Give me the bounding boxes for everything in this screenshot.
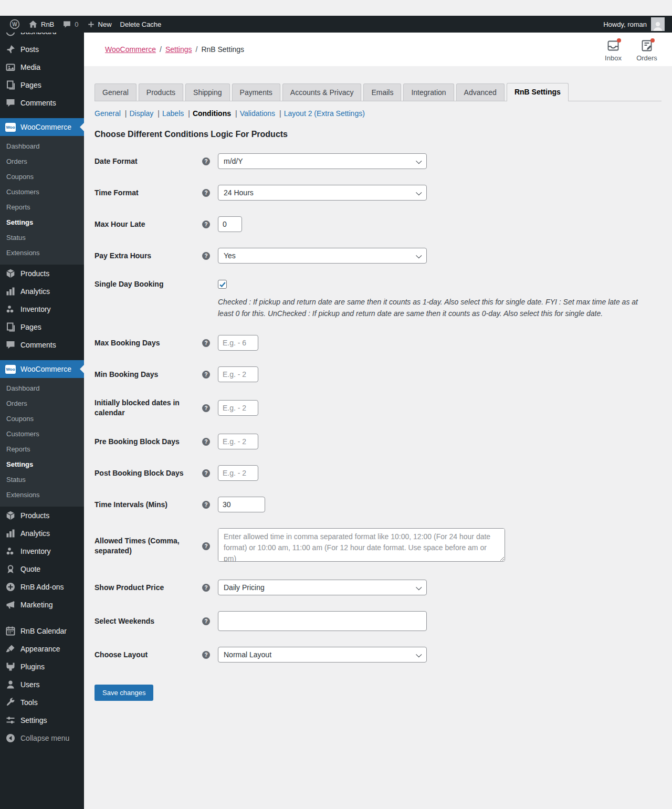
tab-rnb-settings[interactable]: RnB Settings (507, 83, 569, 101)
sidebar-item-inventory[interactable]: Inventory (0, 542, 84, 560)
subnav-labels[interactable]: Labels (162, 109, 184, 118)
submenu-item-settings[interactable]: Settings (0, 215, 84, 230)
submenu-item-customers[interactable]: Customers (0, 426, 84, 442)
sidebar-item-appearance[interactable]: Appearance (0, 640, 84, 658)
sidebar-item-products[interactable]: Products (0, 265, 84, 282)
time-format-select[interactable]: 24 Hours (218, 185, 427, 201)
subnav-validations[interactable]: Validations (240, 109, 275, 118)
max-booking-days-input[interactable] (218, 335, 258, 351)
submenu-item-dashboard[interactable]: Dashboard (0, 139, 84, 154)
allowed-times-comma-separated-textarea[interactable] (218, 528, 505, 562)
sidebar-item-analytics[interactable]: Analytics (0, 282, 84, 300)
tab-general[interactable]: General (94, 83, 136, 101)
help-icon[interactable]: ? (202, 252, 210, 260)
help-icon[interactable]: ? (202, 189, 210, 197)
sidebar-item-comments[interactable]: Comments (0, 94, 84, 112)
min-booking-days-input[interactable] (218, 366, 258, 382)
sidebar-item-collapse-menu[interactable]: Collapse menu (0, 729, 84, 747)
help-icon[interactable]: ? (202, 469, 210, 477)
help-icon[interactable]: ? (202, 542, 210, 550)
sidebar-item-users[interactable]: Users (0, 676, 84, 694)
sidebar-item-products[interactable]: Products (0, 507, 84, 524)
submenu-item-status[interactable]: Status (0, 230, 84, 245)
sidebar-item-settings[interactable]: Settings (0, 711, 84, 729)
breadcrumb-woocommerce[interactable]: WooCommerce (105, 45, 156, 54)
max-hour-late-input[interactable] (218, 216, 242, 232)
submenu-item-coupons[interactable]: Coupons (0, 169, 84, 184)
sidebar-item-quote[interactable]: Quote (0, 560, 84, 578)
submenu-item-reports[interactable]: Reports (0, 199, 84, 215)
delete-cache-button[interactable]: Delete Cache (116, 16, 166, 33)
submenu-item-reports[interactable]: Reports (0, 442, 84, 457)
tab-integration[interactable]: Integration (403, 83, 454, 101)
sidebar-item-pages[interactable]: Pages (0, 318, 84, 336)
help-icon[interactable]: ? (202, 404, 210, 412)
help-icon[interactable]: ? (202, 617, 210, 625)
initially-blocked-dates-in-calendar-input[interactable] (218, 400, 258, 416)
subnav-layout-2-extra-settings[interactable]: Layout 2 (Extra Settings) (284, 109, 365, 118)
sidebar-item-marketing[interactable]: Marketing (0, 596, 84, 614)
help-icon[interactable]: ? (202, 371, 210, 379)
post-booking-block-days-input[interactable] (218, 465, 258, 481)
pay-extra-hours-select[interactable]: Yes (218, 248, 427, 264)
submenu-item-dashboard[interactable]: Dashboard (0, 381, 84, 396)
sidebar-item-dashboard[interactable]: Dashboard (0, 33, 84, 40)
submenu-item-orders[interactable]: Orders (0, 396, 84, 411)
time-intervals-mins-input[interactable] (218, 497, 265, 512)
help-icon[interactable]: ? (202, 157, 210, 165)
tab-advanced[interactable]: Advanced (456, 83, 505, 101)
form-row-time-format: Time Format?24 Hours (94, 185, 662, 201)
subnav-conditions[interactable]: Conditions (193, 109, 231, 118)
form-row-max-hour-late: Max Hour Late? (94, 216, 662, 232)
sidebar-item-inventory[interactable]: Inventory (0, 300, 84, 318)
sidebar-item-analytics[interactable]: Analytics (0, 524, 84, 542)
tab-products[interactable]: Products (139, 83, 183, 101)
site-link[interactable]: RnB (24, 16, 58, 33)
sidebar-item-comments[interactable]: Comments (0, 336, 84, 354)
help-icon[interactable]: ? (202, 584, 210, 592)
sidebar-item-label: Appearance (20, 645, 60, 653)
sidebar-item-rnb-calendar[interactable]: RnB Calendar (0, 622, 84, 640)
pre-booking-block-days-input[interactable] (218, 434, 258, 449)
submenu-item-extensions[interactable]: Extensions (0, 245, 84, 260)
comments-shortcut[interactable]: 0 (58, 16, 82, 33)
sidebar-item-pages[interactable]: Pages (0, 76, 84, 94)
show-product-price-select[interactable]: Daily Pricing (218, 580, 427, 595)
help-icon[interactable]: ? (202, 220, 210, 228)
breadcrumb-settings[interactable]: Settings (165, 45, 192, 54)
tab-payments[interactable]: Payments (232, 83, 280, 101)
orders-button[interactable]: Orders (630, 37, 664, 62)
sidebar-item-tools[interactable]: Tools (0, 694, 84, 711)
choose-layout-select[interactable]: Normal Layout (218, 647, 427, 663)
sidebar-item-woocommerce[interactable]: WooWooCommerce (0, 118, 84, 136)
help-icon[interactable]: ? (202, 501, 210, 509)
new-content-menu[interactable]: New (83, 16, 116, 33)
single-day-booking-checkbox[interactable] (218, 280, 227, 289)
subnav-display[interactable]: Display (129, 109, 153, 118)
help-icon[interactable]: ? (202, 339, 210, 347)
submenu-item-settings[interactable]: Settings (0, 457, 84, 472)
subnav-separator: | (279, 109, 281, 118)
sidebar-item-media[interactable]: Media (0, 58, 84, 76)
help-icon[interactable]: ? (202, 438, 210, 446)
submenu-item-customers[interactable]: Customers (0, 184, 84, 199)
inbox-button[interactable]: Inbox (596, 37, 630, 62)
save-changes-button[interactable]: Save changes (94, 685, 153, 701)
sidebar-item-posts[interactable]: Posts (0, 40, 84, 58)
date-format-select[interactable]: m/d/Y (218, 153, 427, 169)
tab-emails[interactable]: Emails (363, 83, 401, 101)
help-icon[interactable]: ? (202, 651, 210, 659)
submenu-item-extensions[interactable]: Extensions (0, 487, 84, 502)
sidebar-item-plugins[interactable]: Plugins (0, 658, 84, 676)
submenu-item-orders[interactable]: Orders (0, 154, 84, 169)
select-weekends-select[interactable] (218, 611, 427, 631)
tab-accounts-privacy[interactable]: Accounts & Privacy (282, 83, 362, 101)
sidebar-item-rnb-add-ons[interactable]: RnB Add-ons (0, 578, 84, 596)
subnav-general[interactable]: General (94, 109, 121, 118)
submenu-item-status[interactable]: Status (0, 472, 84, 487)
account-menu[interactable]: Howdy, roman (601, 17, 667, 31)
sidebar-item-woocommerce[interactable]: WooWooCommerce (0, 360, 84, 378)
submenu-item-coupons[interactable]: Coupons (0, 411, 84, 426)
tab-shipping[interactable]: Shipping (185, 83, 230, 101)
wordpress-logo-menu[interactable]: W (5, 16, 24, 33)
